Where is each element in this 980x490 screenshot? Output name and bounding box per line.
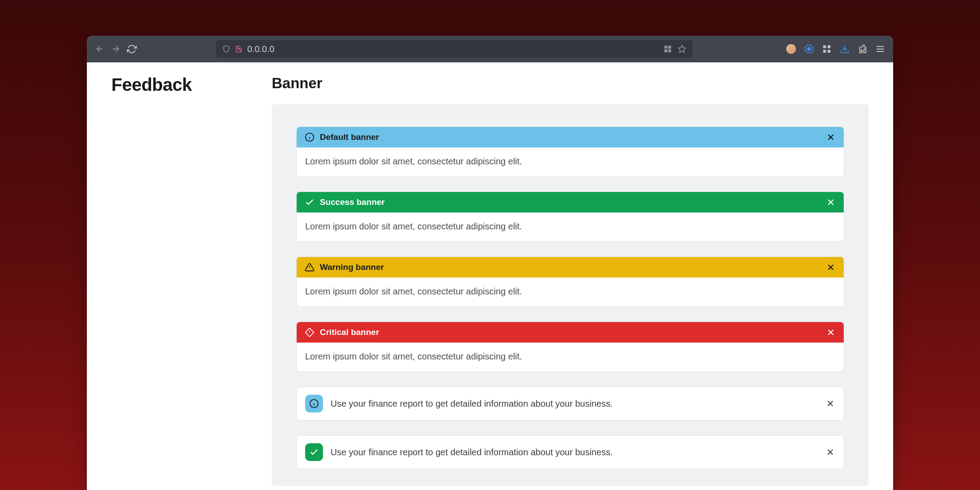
page-content: Feedback Banner Default banner: [87, 62, 893, 490]
sidebar-title: Feedback: [111, 75, 272, 95]
inline-banner-text: Use your finance report to get detailed …: [331, 447, 818, 457]
banner-body: Lorem ipsum dolor sit amet, consectetur …: [297, 343, 844, 372]
warning-triangle-icon: [305, 262, 314, 272]
banner-close-button[interactable]: [826, 132, 836, 142]
page-title: Banner: [272, 75, 869, 92]
sidebar: Feedback: [87, 62, 272, 490]
svg-rect-5: [668, 49, 671, 53]
close-icon: [826, 197, 836, 207]
banner-close-button[interactable]: [826, 197, 836, 207]
back-button[interactable]: [95, 44, 105, 54]
toolbar-right: [786, 44, 885, 54]
svg-marker-6: [678, 45, 686, 53]
downloads-icon[interactable]: [840, 44, 849, 54]
svg-rect-2: [665, 46, 668, 49]
banner-warning: Warning banner Lorem ipsum dolor sit ame…: [296, 257, 844, 307]
svg-point-8: [807, 47, 810, 50]
close-icon: [825, 399, 835, 408]
banner-title: Warning banner: [320, 262, 821, 272]
demo-panel: Default banner Lorem ipsum dolor sit ame…: [272, 104, 869, 486]
extensions-icon[interactable]: [858, 44, 867, 54]
lock-insecure-icon: [235, 45, 243, 53]
svg-rect-11: [823, 50, 826, 53]
info-badge-icon: [305, 395, 323, 412]
close-icon: [826, 132, 836, 142]
arrow-left-icon: [95, 44, 105, 54]
banner-close-button[interactable]: [826, 327, 836, 337]
browser-toolbar: 0.0.0.0: [87, 36, 893, 62]
banner-close-button[interactable]: [826, 262, 836, 272]
inline-close-button[interactable]: [825, 399, 835, 408]
banner-critical: Critical banner Lorem ipsum dolor sit am…: [296, 322, 844, 372]
svg-rect-4: [665, 49, 668, 53]
banner-success: Success banner Lorem ipsum dolor sit ame…: [296, 192, 844, 242]
svg-rect-10: [828, 45, 830, 48]
banner-header: Warning banner: [297, 257, 844, 278]
banner-body: Lorem ipsum dolor sit amet, consectetur …: [297, 147, 844, 176]
banner-title: Critical banner: [320, 327, 821, 337]
banner-header: Success banner: [297, 192, 844, 212]
nav-button-group: [95, 44, 137, 54]
shield-icon: [222, 45, 230, 53]
inline-banner-text: Use your finance report to get detailed …: [331, 399, 818, 409]
main-content: Banner Default banner Lorem ipsum dolor …: [272, 62, 893, 490]
reload-icon: [127, 44, 137, 54]
banner-title: Default banner: [320, 132, 821, 142]
banner-body: Lorem ipsum dolor sit amet, consectetur …: [297, 278, 844, 306]
svg-rect-9: [823, 45, 826, 48]
svg-rect-3: [668, 46, 671, 49]
check-icon: [305, 197, 314, 207]
banner-body: Lorem ipsum dolor sit amet, consectetur …: [297, 212, 844, 241]
address-bar-actions: [663, 45, 686, 53]
inline-banner-info: Use your finance report to get detailed …: [296, 387, 844, 421]
bookmark-star-icon[interactable]: [678, 45, 686, 53]
close-icon: [826, 327, 836, 337]
forward-button[interactable]: [111, 44, 121, 54]
success-badge-icon: [305, 443, 323, 461]
browser-window: 0.0.0.0: [87, 36, 893, 490]
banner-default: Default banner Lorem ipsum dolor sit ame…: [296, 127, 844, 177]
container-icon[interactable]: [804, 44, 814, 54]
menu-icon[interactable]: [875, 44, 885, 54]
profile-avatar-icon[interactable]: [786, 44, 796, 54]
url-text: 0.0.0.0: [247, 44, 659, 54]
arrow-right-icon: [111, 44, 121, 54]
apps-grid-icon[interactable]: [822, 44, 832, 54]
close-icon: [826, 262, 836, 272]
grid-icon[interactable]: [663, 45, 672, 53]
inline-banner-success: Use your finance report to get detailed …: [296, 435, 844, 469]
address-bar[interactable]: 0.0.0.0: [216, 40, 693, 58]
banner-header: Default banner: [297, 127, 844, 147]
info-icon: [305, 132, 314, 142]
reload-button[interactable]: [127, 44, 137, 54]
inline-close-button[interactable]: [825, 447, 835, 457]
banner-title: Success banner: [320, 197, 821, 207]
alert-diamond-icon: [305, 327, 314, 337]
close-icon: [825, 447, 835, 457]
svg-rect-12: [828, 50, 830, 53]
banner-header: Critical banner: [297, 322, 844, 343]
